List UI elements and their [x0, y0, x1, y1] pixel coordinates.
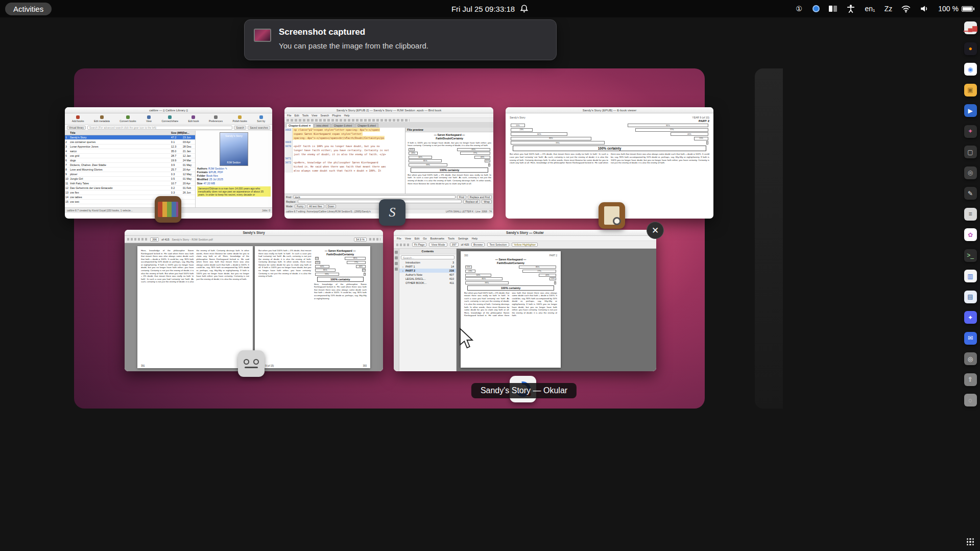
editor-tab[interactable]: Chapter-9.xhtml ✕	[286, 123, 314, 128]
dock-discord[interactable]: ✦	[964, 311, 977, 324]
menu-item[interactable]: Settings	[458, 237, 468, 240]
toc-item[interactable]: OTHER BOOK... 411	[399, 281, 456, 285]
editor-tab[interactable]: Chapter-5.xhtml	[355, 123, 378, 128]
mode-select[interactable]: Fuzzy	[295, 204, 305, 208]
dock-charts[interactable]: ▥	[964, 270, 977, 282]
detail-value[interactable]: RJW Seddon ✎	[208, 167, 227, 171]
table-row[interactable]: 11 Irish Fairy Tales 10.7 20 Apr	[65, 181, 195, 186]
dock-terminal[interactable]: >_	[964, 249, 977, 262]
view-mode-select[interactable]: View Mode	[429, 243, 447, 247]
okular-page-canvas[interactable]: 393 PART 2 — Søren Kierkegaard — Faith/D…	[457, 249, 656, 371]
view-icons[interactable]	[369, 238, 380, 241]
table-row[interactable]: 13 css flex 0.3 26 Jun	[65, 190, 195, 195]
yellow-highlighter-button[interactable]: Yellow Highlighter	[512, 243, 538, 247]
menu-item[interactable]: Plugins	[332, 114, 341, 117]
table-row[interactable]: 7 Dickens, Chalres: Zwei Städte 3.9 01 M…	[65, 163, 195, 167]
menu-item[interactable]: Help	[472, 237, 477, 240]
dock-radio[interactable]: ◎	[964, 166, 977, 179]
screenshot-notification[interactable]: Screenshot captured You can paste the im…	[244, 19, 557, 60]
window-okular-main[interactable]: Sandy's Story — Okular FileViewEditGoBoo…	[394, 230, 656, 371]
window-close-button[interactable]: ✕	[647, 222, 664, 239]
menu-item[interactable]: View	[405, 237, 411, 240]
toc-item[interactable]: Introduction 3	[399, 260, 456, 265]
calibre-toolbar-button[interactable]: Polish books	[232, 115, 247, 123]
code-editor[interactable]: 3068 <p class="p1"><span style="letter-s…	[284, 128, 405, 194]
activities-button[interactable]: Activities	[5, 3, 52, 15]
fit-page-select[interactable]: Fit Page	[412, 243, 426, 247]
menu-item[interactable]: Help	[344, 114, 350, 117]
table-row[interactable]: 5 css grid 28.7 12 Jan	[65, 154, 195, 158]
toc-item[interactable]: LEGAL DISCL... 410	[399, 277, 456, 281]
editor-tab[interactable]: Chapter-3.xhtml	[331, 123, 355, 128]
jobs-indicator[interactable]: Jobs: 0	[262, 209, 270, 212]
toc-caret[interactable]: ›	[402, 265, 405, 268]
toc-caret[interactable]: ›	[402, 269, 405, 272]
sigil-toolbar-icons[interactable]	[284, 118, 493, 123]
calibre-toolbar-button[interactable]: Convert books	[119, 115, 136, 123]
table-row[interactable]: 9 plover 0.3 12 May	[65, 172, 195, 177]
table-row[interactable]: 12 Das Geheimnis der Llano Estacado 0.2 …	[65, 186, 195, 190]
column-header[interactable]: Title	[70, 131, 171, 134]
dock-documents[interactable]: ≡	[964, 208, 977, 221]
toc-item[interactable]: Author's Note 407	[399, 273, 456, 277]
dock-chrome[interactable]: ◉	[964, 63, 977, 76]
contents-search-input[interactable]: Search...	[401, 255, 455, 259]
dock-photos[interactable]: ✦	[964, 125, 977, 138]
dock-chat[interactable]: ✉	[964, 332, 977, 345]
toc-caret[interactable]	[402, 261, 405, 264]
toc-item[interactable]: ›PART 2 238	[399, 269, 456, 273]
wrap-toggle[interactable]: Wrap	[482, 200, 492, 204]
replace-all-button[interactable]: Replace all	[463, 200, 480, 204]
clock[interactable]: Fri Jul 25 09:33:18	[451, 4, 529, 13]
calibre-toolbar-button[interactable]: View	[146, 115, 152, 123]
detail-value[interactable]: EPUB, PDF	[209, 171, 223, 174]
table-row[interactable]: 6 dogs 19.9 24 Mar	[65, 158, 195, 163]
menu-item[interactable]: Tools	[302, 114, 308, 117]
dock-extensions[interactable]: ✿	[964, 228, 977, 241]
book-cover[interactable]: Sandy's Story RJW Seddon	[220, 132, 248, 166]
toc-caret[interactable]	[402, 273, 405, 276]
calibre-toolbar-button[interactable]: Edit book	[188, 115, 199, 123]
calibre-toolbar-button[interactable]: Add books	[72, 115, 84, 123]
menu-item[interactable]: Search	[320, 114, 329, 117]
page-number-input[interactable]: 397	[450, 243, 459, 247]
calibre-search-button[interactable]: Search	[234, 126, 246, 130]
file-preview-pane[interactable]: File preview — Søren Kierkegaard — Faith…	[405, 128, 493, 194]
menu-item[interactable]: Go	[423, 237, 426, 240]
zoom-level[interactable]: 54.9 %	[354, 237, 367, 242]
dock-camera[interactable]: ◎	[964, 352, 977, 365]
detail-value[interactable]: 47.20 MB	[203, 182, 215, 185]
dock-files[interactable]: ▣	[964, 84, 977, 97]
replace-and-find-button[interactable]: Replace and Find	[468, 195, 492, 199]
dock-system-monitor[interactable]: ▁▄▆	[964, 21, 977, 34]
menu-item[interactable]: Tools	[448, 237, 455, 240]
calibre-toolbar-button[interactable]: Edit metadata	[94, 115, 110, 123]
editor-tab[interactable]: intro.xhtml	[314, 123, 331, 128]
sidebar-tab-strip[interactable]	[394, 249, 399, 371]
direction-select[interactable]: Down	[326, 204, 337, 208]
dock-games[interactable]: ◌	[964, 394, 977, 406]
table-row[interactable]: 3 Lunar Apprentice Jones 12.3 28 Dec	[65, 145, 195, 149]
toolbar-icons[interactable]	[396, 244, 410, 246]
find-input[interactable]: kierk	[293, 195, 456, 199]
table-row[interactable]: 1 Sandy's Story 47.2 23 Jun	[65, 135, 195, 140]
menu-item[interactable]: Edit	[295, 114, 299, 117]
menu-item[interactable]: Edit	[415, 237, 419, 240]
table-row[interactable]: 2 css container queries 0.1 03 Apr	[65, 140, 195, 145]
page-number-input[interactable]: 396	[150, 237, 159, 242]
find-button[interactable]: Find	[457, 195, 466, 199]
dock-boxes[interactable]: ▢	[964, 146, 977, 158]
text-selection-tool-button[interactable]: Text Selection	[487, 243, 509, 247]
saved-searches-button[interactable]: Saved searches	[248, 126, 270, 130]
next-workspace-thumbnail[interactable]	[755, 68, 783, 409]
toolbar-icons[interactable]	[127, 238, 148, 241]
menu-item[interactable]: File	[397, 237, 401, 240]
toc-item[interactable]: ›PART 1 14	[399, 265, 456, 269]
dock-libreoffice[interactable]: ▤	[964, 291, 977, 303]
browse-tool-button[interactable]: Browse	[471, 243, 485, 247]
dock-usb-creator[interactable]: ⇪	[964, 373, 977, 386]
calibre-toolbar-button[interactable]: Connect/share	[161, 115, 178, 123]
dock-firefox[interactable]: ●	[964, 42, 977, 55]
table-row[interactable]: 10 Jungle Girl 0.5 01 May	[65, 177, 195, 181]
scope-select[interactable]: All text files	[307, 204, 324, 208]
